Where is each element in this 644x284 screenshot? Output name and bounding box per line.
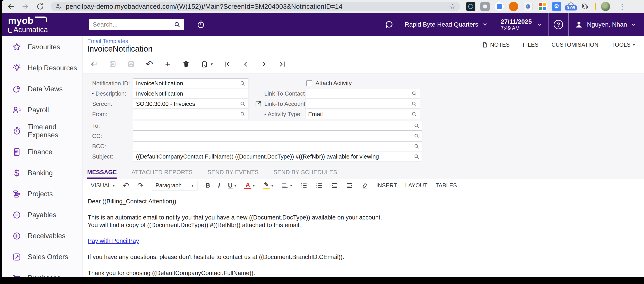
tab-send-by-schedules[interactable]: SEND BY SCHEDULES [274,169,337,179]
align-button[interactable]: ▾ [281,182,292,189]
global-search[interactable] [89,19,184,30]
user-menu[interactable]: Nguyen, Nhan [568,13,644,36]
description-field[interactable] [133,89,248,99]
bullet-list-button[interactable] [316,182,323,189]
sidebar-item-sales-orders[interactable]: Sales Orders [2,247,82,268]
bold-button[interactable]: B [206,182,210,189]
sidebar-item-payroll[interactable]: $ Payroll [2,100,82,121]
bookmark-star-icon[interactable]: ☆ [449,2,456,11]
lookup-icon[interactable] [240,101,246,107]
attach-activity-checkbox[interactable]: Attach Activity [306,80,352,87]
bcc-input[interactable] [136,143,414,150]
sidebar-item-time-and-expenses[interactable]: Time and Expenses [2,121,82,142]
browser-forward-icon[interactable] [22,2,30,10]
from-field[interactable] [133,109,248,119]
screen-field[interactable] [133,99,248,109]
activity-type-input[interactable] [308,111,411,118]
extensions-puzzle-icon[interactable] [580,2,590,11]
open-screen-icon[interactable] [254,100,262,107]
save-button[interactable] [127,60,135,68]
add-new-button[interactable]: + [164,60,172,68]
pay-with-pencilpay-link[interactable]: Pay with PencilPay [88,238,139,244]
go-back-button[interactable] [90,60,98,68]
sidebar-item-projects[interactable]: Projects [2,183,82,205]
cancel-undo-button[interactable]: ↶ [145,60,154,68]
lookup-icon[interactable] [414,123,420,129]
usage-meter-extension-icon[interactable]: 0.09 [566,2,576,11]
browser-profile-avatar[interactable] [601,2,610,11]
notification-id-input[interactable] [136,80,240,87]
lookup-icon[interactable] [414,133,420,139]
lookup-icon[interactable] [414,154,420,159]
subject-input[interactable] [136,153,414,160]
link-to-contact-field[interactable] [305,89,420,99]
settings-extension-icon[interactable]: ⚙ [552,2,561,11]
subject-field[interactable] [133,151,422,161]
browser-reload-icon[interactable] [36,2,44,10]
to-input[interactable] [136,122,414,129]
browser-menu-icon[interactable]: ⋮ [618,2,626,11]
checkbox-unchecked[interactable] [306,80,312,86]
url-text[interactable]: pencilpay-demo.myobadvanced.com/(W(152))… [66,3,446,10]
tools-button[interactable]: TOOLS ▾ [611,41,635,48]
save-and-close-button[interactable] [109,60,117,68]
screenshot-extension-icon[interactable] [480,2,490,11]
lookup-icon[interactable] [411,91,417,96]
search-icon[interactable] [174,21,180,28]
stopwatch-icon[interactable] [196,20,205,29]
font-color-button[interactable]: A ▾ [244,182,255,189]
link-to-contact-input[interactable] [308,90,411,97]
search-input[interactable] [93,21,174,28]
sidebar-item-purchases[interactable]: Purchases [2,268,82,277]
underline-button[interactable]: U ▾ [228,182,236,189]
highlight-color-button[interactable]: ✎ ▾ [263,182,274,189]
link-to-account-input[interactable] [308,101,411,107]
lookup-icon[interactable] [240,111,246,117]
react-devtools-icon[interactable] [466,2,476,11]
notification-id-field[interactable] [133,78,248,88]
indent-button[interactable] [331,182,338,189]
tab-attached-reports[interactable]: ATTACHED REPORTS [132,169,193,179]
editor-mode-button[interactable]: VISUAL ▾ [91,182,115,189]
link-to-account-field[interactable] [305,99,420,109]
go-previous-button[interactable] [242,60,250,68]
customisation-button[interactable]: CUSTOMISATION [552,41,598,48]
site-settings-icon[interactable] [56,3,62,10]
bcc-field[interactable] [133,141,422,151]
outdent-button[interactable] [346,182,353,189]
files-button[interactable]: FILES [522,41,538,48]
address-bar[interactable]: pencilpay-demo.myobadvanced.com/(W(152))… [51,2,460,11]
orange-extension-icon[interactable] [509,2,518,11]
description-input[interactable] [136,90,246,97]
sidebar-item-finance[interactable]: Finance [2,142,82,162]
activity-type-field[interactable] [305,109,420,119]
business-date-selector[interactable]: 27/11/2025 7:49 AM [495,13,548,36]
notes-button[interactable]: NOTES [482,41,510,48]
screen-input[interactable] [136,101,240,107]
qr-extension-icon[interactable] [538,2,547,11]
go-next-button[interactable] [260,60,268,68]
numbered-list-button[interactable] [300,182,308,189]
lookup-icon[interactable] [240,80,246,86]
cc-field[interactable] [133,131,422,141]
chat-bubble-icon[interactable] [384,20,394,29]
paragraph-style-select[interactable]: Paragraph ▾ [152,181,197,190]
tab-message[interactable]: MESSAGE [87,169,117,179]
go-first-button[interactable] [223,60,231,68]
myob-acumatica-logo[interactable]: myob Acumatica [2,13,83,36]
sidebar-item-help-resources[interactable]: Help Resources [2,58,82,79]
sidebar-item-favourites[interactable]: Favourites [2,37,82,58]
cc-input[interactable] [136,133,414,140]
tab-send-by-events[interactable]: SEND BY EVENTS [208,169,259,179]
chrome-capture-extension-icon[interactable] [523,2,533,11]
lookup-icon[interactable] [414,143,420,149]
italic-button[interactable]: I [218,182,220,189]
breadcrumb[interactable]: Email Templates [87,38,128,44]
sidebar-item-receivables[interactable]: Receivables [2,226,82,247]
browser-back-icon[interactable] [7,2,15,10]
lookup-icon[interactable] [411,101,417,107]
translate-extension-icon[interactable] [495,2,504,11]
tables-menu[interactable]: TABLES [436,182,457,189]
message-body-editor[interactable]: Dear ((Billing_Contact.Attention)). This… [83,192,644,277]
lookup-icon[interactable] [411,111,417,117]
